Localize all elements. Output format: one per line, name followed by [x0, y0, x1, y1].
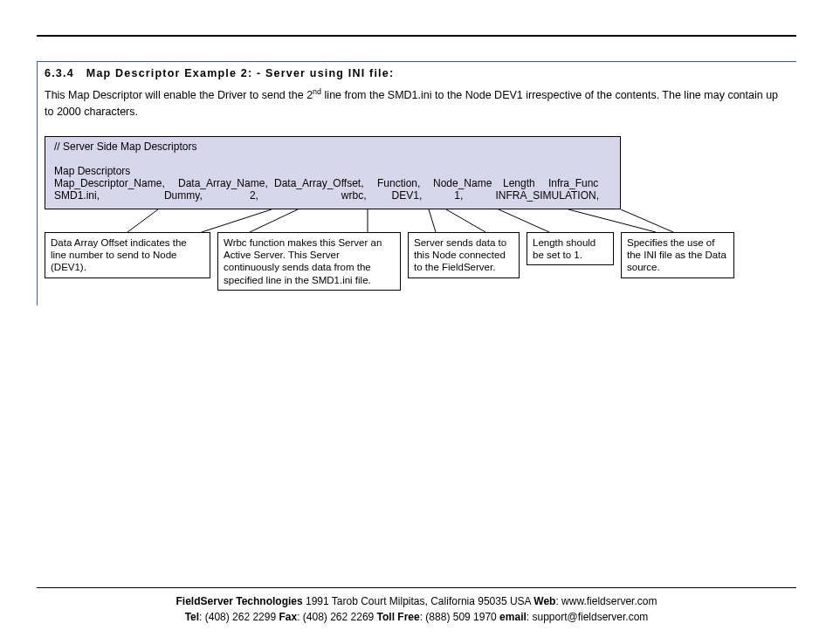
table-value-row: SMD1.ini, Dummy, 2, wrbc, DEV1, 1, INFRA… — [54, 189, 611, 202]
callouts-area: Data Array Offset indicates the line num… — [45, 209, 789, 305]
svg-line-7 — [568, 209, 656, 232]
val-length: 1, — [454, 189, 495, 202]
footer-fax-value: : (408) 262 2269 — [297, 611, 376, 623]
hdr-node-name: Node_Name — [433, 177, 503, 189]
footer-web-label: Web — [534, 595, 555, 607]
callout-node: Server sends data to this Node connected… — [408, 232, 520, 278]
svg-line-0 — [127, 209, 158, 232]
footer-tel-value: : (408) 262 2299 — [199, 611, 279, 623]
svg-line-1 — [202, 209, 272, 232]
descriptor-table: // Server Side Map Descriptors Map Descr… — [45, 136, 621, 209]
hdr-length: Length — [503, 177, 548, 189]
body-text: This Map Descriptor will enable the Driv… — [45, 86, 789, 120]
svg-line-2 — [250, 209, 298, 232]
footer-fax-label: Fax — [279, 611, 297, 623]
val-function: wrbc, — [341, 189, 392, 202]
section-number: 6.3.4 — [45, 67, 74, 79]
val-map-descriptor-name: SMD1.ini, — [54, 189, 164, 202]
callout-length: Length should be set to 1. — [527, 232, 614, 266]
val-data-array-offset: 2, — [250, 189, 341, 202]
hdr-infra-func: Infra_Func — [548, 177, 610, 189]
section-heading: 6.3.4 Map Descriptor Example 2: - Server… — [45, 67, 789, 79]
footer-line2: Tel: (408) 262 2299 Fax: (408) 262 2269 … — [0, 609, 833, 625]
footer-company: FieldServer Technologies — [176, 595, 303, 607]
table-wrap: // Server Side Map Descriptors Map Descr… — [45, 136, 789, 305]
callout-wrbc: Wrbc function makes this Server an Activ… — [217, 232, 401, 291]
val-infra-func: INFRA_SIMULATION, — [496, 189, 611, 202]
table-header-row: Map_Descriptor_Name, Data_Array_Name, Da… — [54, 177, 611, 189]
footer-tel-label: Tel — [185, 611, 199, 623]
footer: FieldServer Technologies 1991 Tarob Cour… — [0, 587, 833, 625]
section-title: Map Descriptor Example 2: - Server using… — [86, 67, 394, 79]
footer-addr: 1991 Tarob Court Milpitas, California 95… — [303, 595, 534, 607]
hdr-map-descriptor-name: Map_Descriptor_Name, — [54, 177, 178, 189]
val-data-array-name: Dummy, — [164, 189, 250, 202]
table-title: // Server Side Map Descriptors — [54, 140, 611, 153]
content-box: 6.3.4 Map Descriptor Example 2: - Server… — [37, 61, 796, 305]
footer-email-value: : support@fieldserver.com — [527, 611, 649, 623]
svg-line-4 — [429, 209, 436, 232]
callout-infra: Specifies the use of the INI file as the… — [621, 232, 734, 278]
footer-toll-value: : (888) 509 1970 — [420, 611, 499, 623]
svg-line-5 — [446, 209, 485, 232]
svg-line-6 — [499, 209, 549, 232]
footer-line1: FieldServer Technologies 1991 Tarob Cour… — [0, 593, 833, 609]
callout-offset: Data Array Offset indicates the line num… — [45, 232, 210, 278]
footer-rule — [37, 587, 796, 588]
hdr-data-array-offset: Data_Array_Offset, — [274, 177, 377, 189]
footer-web-value: : www.fieldserver.com — [555, 595, 657, 607]
val-node-name: DEV1, — [392, 189, 455, 202]
table-subtitle: Map Descriptors — [54, 165, 611, 177]
hdr-function: Function, — [377, 177, 433, 189]
footer-toll-label: Toll Free — [377, 611, 420, 623]
body-sup: nd — [313, 87, 321, 96]
top-rule — [37, 35, 796, 37]
svg-line-8 — [621, 209, 673, 232]
hdr-data-array-name: Data_Array_Name, — [178, 177, 274, 189]
footer-email-label: email — [499, 611, 527, 623]
body-part1: This Map Descriptor will enable the Driv… — [45, 89, 313, 101]
